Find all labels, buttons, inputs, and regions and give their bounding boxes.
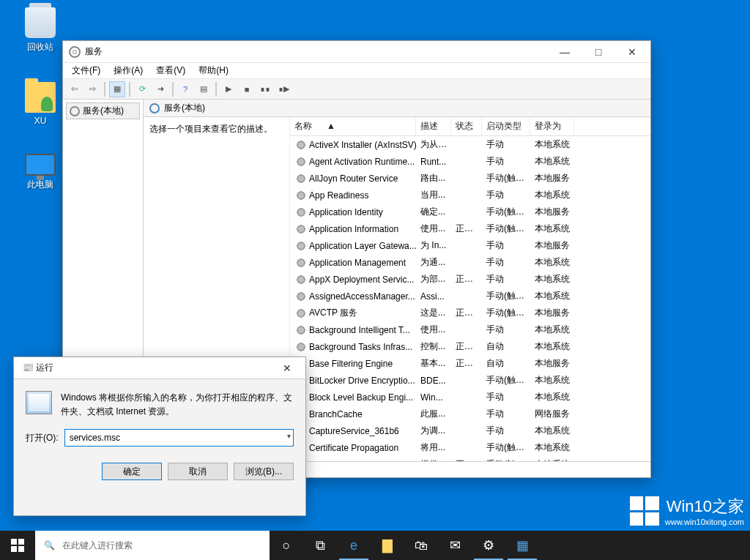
task-view-button[interactable]: ⧉	[303, 531, 337, 560]
windows-logo-icon	[11, 539, 24, 552]
service-logon: 本地服务	[530, 305, 574, 321]
services-list[interactable]: 名称 ▲ 描述 状态 启动类型 登录为 ActiveX Installer (A…	[290, 117, 650, 461]
service-row[interactable]: AssignedAccessManager...Assi...手动(触发...本…	[290, 288, 650, 305]
folder-icon	[25, 82, 56, 113]
service-row[interactable]: Background Tasks Infras...控制...正在...自动本地…	[290, 338, 650, 355]
show-hide-tree-button[interactable]: ▦	[109, 81, 125, 97]
taskbar-app-explorer[interactable]: ▇	[371, 531, 404, 560]
gear-icon	[296, 258, 306, 268]
service-row[interactable]: Base Filtering Engine基本...正在...自动本地服务	[290, 355, 650, 372]
service-row[interactable]: App Readiness当用...手动本地系统	[290, 187, 650, 204]
export-button[interactable]: ➜	[152, 81, 168, 97]
service-name: Agent Activation Runtime...	[309, 157, 415, 167]
ok-button[interactable]: 确定	[102, 463, 162, 480]
desktop-icon-this-pc[interactable]: 此电脑	[13, 154, 67, 191]
services-icon	[69, 46, 81, 58]
open-input[interactable]	[64, 429, 294, 447]
refresh-button[interactable]: ⟳	[134, 81, 150, 97]
start-service-button[interactable]: ▶	[220, 81, 237, 97]
svg-rect-3	[18, 546, 24, 552]
desktop-icon-folder-xu[interactable]: XU	[13, 82, 67, 126]
close-button[interactable]: ✕	[270, 357, 304, 379]
service-row[interactable]: Application Information使用...正在...手动(触发..…	[290, 220, 650, 237]
cortana-button[interactable]: ○	[270, 531, 303, 560]
service-row[interactable]: Client License Service (Cli...提供...正在...…	[290, 456, 650, 461]
close-button[interactable]: ✕	[615, 41, 649, 63]
service-status	[451, 194, 482, 197]
service-row[interactable]: BranchCache此服...手动网络服务	[290, 406, 650, 422]
gear-icon	[296, 190, 306, 201]
pane-header: 服务(本地)	[144, 100, 650, 117]
taskbar: 🔍 在此键入进行搜索 ○ ⧉ e ▇ 🛍 ✉ ⚙ ▦	[0, 531, 750, 560]
nav-back-button[interactable]: ⇦	[66, 81, 82, 97]
service-name: App Readiness	[309, 190, 368, 201]
service-row[interactable]: Background Intelligent T...使用...手动本地系统	[290, 321, 650, 338]
run-dialog: 📰 运行 ✕ Windows 将根据你所输入的名称，为你打开相应的程序、文件夹、…	[13, 356, 306, 516]
maximize-button[interactable]: □	[582, 41, 615, 63]
minimize-button[interactable]: ―	[548, 41, 582, 63]
service-name: Base Filtering Engine	[309, 359, 393, 369]
service-row[interactable]: AppX Deployment Servic...为部...正在...手动本地系…	[290, 271, 650, 288]
service-description: Runt...	[416, 155, 451, 168]
taskbar-app-store[interactable]: 🛍	[404, 531, 438, 560]
pause-service-button[interactable]: ∎∎	[257, 81, 273, 97]
column-status[interactable]: 状态	[451, 117, 482, 135]
service-row[interactable]: ActiveX Installer (AxInstSV)为从 ...手动本地系统	[290, 136, 650, 153]
svg-rect-2	[11, 546, 17, 552]
taskbar-app-mail[interactable]: ✉	[438, 531, 472, 560]
taskbar-app-edge[interactable]: e	[337, 531, 371, 560]
service-status	[451, 160, 482, 163]
start-button[interactable]	[0, 531, 35, 560]
column-logon[interactable]: 登录为	[530, 117, 574, 135]
service-startup: 手动(触发...	[482, 373, 530, 388]
column-description[interactable]: 描述	[416, 117, 451, 135]
service-startup: 手动(触发...	[482, 288, 530, 304]
service-status: 正在...	[451, 356, 482, 371]
service-status	[451, 379, 482, 382]
service-row[interactable]: BitLocker Drive Encryptio...BDE...手动(触发.…	[290, 372, 650, 389]
service-row[interactable]: Agent Activation Runtime...Runt...手动本地系统	[290, 153, 650, 170]
stop-service-button[interactable]: ■	[239, 81, 255, 97]
nav-forward-button[interactable]: ⇨	[84, 81, 100, 97]
monitor-icon	[25, 154, 56, 176]
gear-icon	[296, 173, 306, 184]
menu-help[interactable]: 帮助(H)	[194, 63, 233, 78]
service-row[interactable]: Application Layer Gatewa...为 In...手动本地服务	[290, 237, 650, 254]
cancel-button[interactable]: 取消	[168, 463, 228, 480]
taskbar-search[interactable]: 🔍 在此键入进行搜索	[35, 531, 270, 560]
search-icon: 🔍	[44, 540, 55, 550]
service-description: 此服...	[416, 406, 451, 422]
service-row[interactable]: AllJoyn Router Service路由...手动(触发...本地服务	[290, 170, 650, 187]
help-button[interactable]: ?	[177, 81, 193, 97]
service-status	[451, 329, 482, 332]
gear-icon	[296, 241, 306, 251]
run-title: 运行	[36, 362, 53, 373]
desktop-icon-recycle-bin[interactable]: 回收站	[13, 7, 67, 53]
titlebar[interactable]: 服务 ― □ ✕	[63, 41, 650, 63]
restart-service-button[interactable]: ∎▶	[275, 81, 292, 97]
browse-button[interactable]: 浏览(B)...	[234, 463, 294, 480]
service-row[interactable]: Certificate Propagation将用...手动(触发...本地系统	[290, 439, 650, 456]
properties-button[interactable]: ▤	[196, 81, 212, 97]
column-name[interactable]: 名称 ▲	[290, 117, 416, 135]
gear-icon	[296, 224, 306, 234]
service-startup: 手动(触发...	[482, 171, 530, 186]
menu-action[interactable]: 操作(A)	[109, 63, 147, 78]
titlebar[interactable]: 📰 运行 ✕	[14, 357, 305, 379]
service-name: Application Identity	[309, 207, 383, 217]
column-startup[interactable]: 启动类型	[482, 117, 530, 135]
service-row[interactable]: AVCTP 服务这是...正在...手动(触发...本地服务	[290, 305, 650, 321]
taskbar-app-services[interactable]: ▦	[505, 531, 539, 560]
service-row[interactable]: Application Management为通...手动本地系统	[290, 254, 650, 271]
menu-file[interactable]: 文件(F)	[67, 63, 105, 78]
service-row[interactable]: Application Identity确定...手动(触发...本地服务	[290, 204, 650, 220]
svg-rect-0	[11, 539, 17, 545]
service-logon: 本地系统	[530, 137, 574, 152]
service-row[interactable]: Block Level Backup Engi...Win...手动本地系统	[290, 389, 650, 406]
tree-item-services-local[interactable]: 服务(本地)	[66, 102, 140, 119]
gear-icon	[296, 140, 306, 150]
menu-view[interactable]: 查看(V)	[152, 63, 190, 78]
service-row[interactable]: CaptureService_361b6为调...手动本地系统	[290, 422, 650, 439]
taskbar-app-settings[interactable]: ⚙	[472, 531, 505, 560]
service-name: BranchCache	[309, 409, 363, 419]
